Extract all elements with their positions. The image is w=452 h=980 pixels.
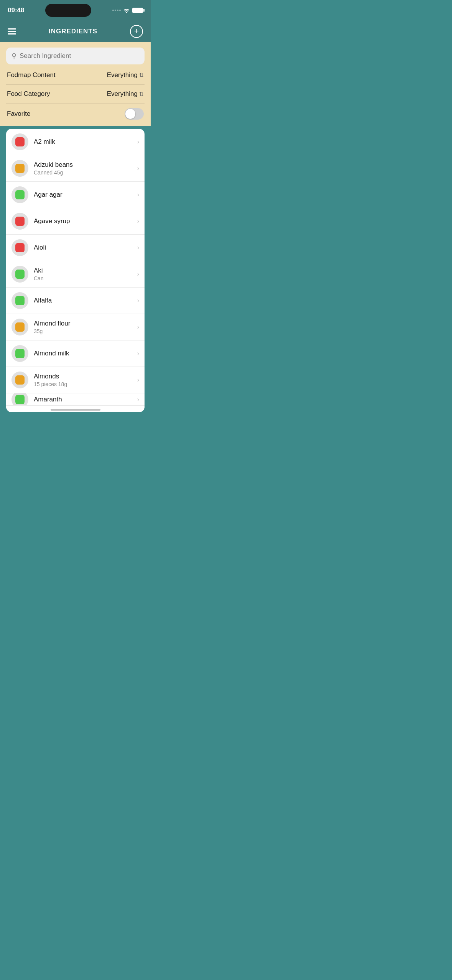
toggle-knob <box>125 109 135 119</box>
indicator-wrap <box>12 393 28 406</box>
item-text: Aki Can <box>34 267 134 281</box>
item-subtitle: Canned 45g <box>34 169 134 176</box>
list-item[interactable]: Aioli › <box>6 235 145 261</box>
item-name: Almond milk <box>34 350 134 357</box>
item-text: Amaranth <box>34 396 134 403</box>
scroll-bar <box>51 409 100 411</box>
fodmap-indicator <box>15 375 25 385</box>
indicator-wrap <box>12 160 28 177</box>
list-item[interactable]: A2 milk › <box>6 129 145 155</box>
add-ingredient-button[interactable]: + <box>130 25 143 38</box>
fodmap-indicator <box>15 296 25 305</box>
fodmap-indicator <box>15 217 25 226</box>
signal-icon <box>112 10 121 11</box>
item-text: Agave syrup <box>34 217 134 225</box>
category-chevron-icon: ⇅ <box>139 91 144 97</box>
item-name: A2 milk <box>34 138 134 146</box>
chevron-right-icon: › <box>137 138 139 145</box>
chevron-right-icon: › <box>137 191 139 198</box>
item-subtitle: 35g <box>34 328 134 334</box>
item-name: Almond flour <box>34 320 134 327</box>
category-filter-selected: Everything <box>107 90 138 98</box>
indicator-wrap <box>12 372 28 388</box>
item-name: Adzuki beans <box>34 161 134 169</box>
fodmap-indicator <box>15 349 25 358</box>
fodmap-filter-row: Fodmap Content Everything ⇅ <box>6 66 145 85</box>
battery-icon <box>132 8 143 13</box>
indicator-wrap <box>12 292 28 309</box>
indicator-wrap <box>12 345 28 362</box>
ingredients-list-container: A2 milk › Adzuki beans Canned 45g › Agar… <box>0 126 151 418</box>
item-name: Aki <box>34 267 134 275</box>
list-item[interactable]: Agave syrup › <box>6 208 145 235</box>
list-item[interactable]: Adzuki beans Canned 45g › <box>6 155 145 182</box>
fodmap-filter-label: Fodmap Content <box>7 71 56 79</box>
status-icons <box>112 8 143 13</box>
favorite-filter-label: Favorite <box>7 110 30 118</box>
fodmap-filter-value[interactable]: Everything ⇅ <box>107 71 144 79</box>
dynamic-island <box>45 4 91 17</box>
nav-bar: INGREDIENTS + <box>0 21 151 42</box>
list-item[interactable]: Aki Can › <box>6 261 145 288</box>
chevron-right-icon: › <box>137 377 139 383</box>
item-text: Agar agar <box>34 191 134 199</box>
list-item[interactable]: Almond flour 35g › <box>6 314 145 340</box>
item-text: A2 milk <box>34 138 134 146</box>
indicator-wrap <box>12 266 28 283</box>
indicator-wrap <box>12 319 28 335</box>
list-item[interactable]: Almond milk › <box>6 340 145 367</box>
page-title: INGREDIENTS <box>49 28 97 35</box>
list-item[interactable]: Agar agar › <box>6 182 145 208</box>
hamburger-menu[interactable] <box>8 28 16 35</box>
fodmap-indicator <box>15 164 25 173</box>
fodmap-indicator <box>15 190 25 199</box>
search-bar[interactable]: ⚲ <box>6 48 145 64</box>
item-name: Agave syrup <box>34 217 134 225</box>
chevron-right-icon: › <box>137 218 139 225</box>
filter-section: ⚲ Fodmap Content Everything ⇅ Food Categ… <box>0 42 151 126</box>
fodmap-indicator <box>15 137 25 146</box>
item-text: Aioli <box>34 244 134 252</box>
chevron-right-icon: › <box>137 165 139 172</box>
indicator-wrap <box>12 239 28 256</box>
ingredients-list: A2 milk › Adzuki beans Canned 45g › Agar… <box>6 129 145 412</box>
fodmap-indicator <box>15 322 25 332</box>
item-text: Almonds 15 pieces 18g <box>34 373 134 387</box>
item-name: Alfalfa <box>34 297 134 304</box>
fodmap-indicator <box>15 243 25 252</box>
chevron-right-icon: › <box>137 244 139 251</box>
scroll-indicator <box>6 406 145 412</box>
fodmap-chevron-icon: ⇅ <box>139 72 144 78</box>
item-name: Aioli <box>34 244 134 252</box>
category-filter-value[interactable]: Everything ⇅ <box>107 90 144 98</box>
indicator-wrap <box>12 186 28 203</box>
category-filter-row: Food Category Everything ⇅ <box>6 85 145 104</box>
fodmap-indicator <box>15 270 25 279</box>
fodmap-indicator <box>15 395 25 404</box>
item-subtitle: Can <box>34 275 134 281</box>
wifi-icon <box>123 8 130 13</box>
indicator-wrap <box>12 133 28 150</box>
item-name: Agar agar <box>34 191 134 199</box>
chevron-right-icon: › <box>137 350 139 357</box>
indicator-wrap <box>12 213 28 230</box>
list-item[interactable]: Amaranth › <box>6 393 145 406</box>
item-text: Almond flour 35g <box>34 320 134 334</box>
chevron-right-icon: › <box>137 271 139 278</box>
list-item[interactable]: Almonds 15 pieces 18g › <box>6 367 145 393</box>
chevron-right-icon: › <box>137 297 139 304</box>
favorite-toggle[interactable] <box>125 108 144 120</box>
chevron-right-icon: › <box>137 324 139 331</box>
search-icon: ⚲ <box>12 52 16 60</box>
list-item[interactable]: Alfalfa › <box>6 288 145 314</box>
search-input[interactable] <box>20 52 139 60</box>
item-name: Almonds <box>34 373 134 380</box>
item-text: Alfalfa <box>34 297 134 304</box>
status-bar: 09:48 <box>0 0 151 21</box>
item-text: Almond milk <box>34 350 134 357</box>
item-subtitle: 15 pieces 18g <box>34 381 134 387</box>
status-time: 09:48 <box>8 7 24 14</box>
fodmap-filter-selected: Everything <box>107 71 138 79</box>
item-name: Amaranth <box>34 396 134 403</box>
favorite-filter-row: Favorite <box>6 104 145 126</box>
